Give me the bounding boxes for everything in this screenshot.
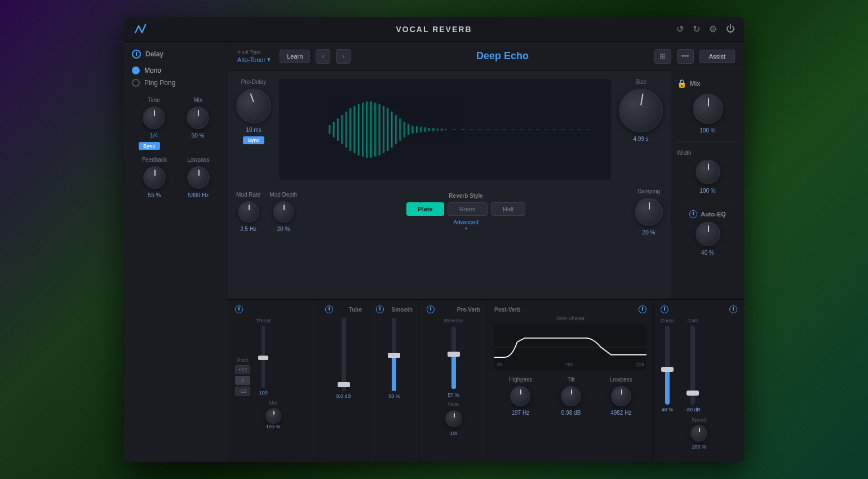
- mix-right-knob[interactable]: [693, 94, 723, 124]
- ping-pong-radio[interactable]: [132, 79, 140, 87]
- reverse-power-button[interactable]: [427, 305, 435, 313]
- room-button[interactable]: Room: [448, 202, 488, 216]
- zero-button[interactable]: 0: [235, 376, 250, 385]
- svg-rect-9: [366, 101, 369, 158]
- comp-fader[interactable]: [665, 326, 670, 405]
- pre-verb-section: Pre-Verb Reverse 57 % Note 1/4: [420, 300, 488, 462]
- feedback-group: Feedback 55 %: [142, 157, 167, 198]
- lowpass-knob[interactable]: [187, 166, 210, 189]
- mix-bottom-knob[interactable]: [265, 408, 281, 424]
- hall-button[interactable]: Hall: [491, 202, 525, 216]
- svg-rect-29: [453, 129, 455, 130]
- gate-fader[interactable]: [690, 326, 695, 405]
- svg-rect-3: [341, 115, 343, 144]
- time-label: Time: [148, 97, 160, 103]
- damping-knob[interactable]: [635, 198, 663, 226]
- auto-eq-power-button[interactable]: [689, 210, 697, 218]
- mono-option[interactable]: Mono: [132, 66, 220, 74]
- svg-rect-24: [428, 128, 431, 131]
- width-knob[interactable]: [696, 159, 720, 184]
- reverb-visualization: [279, 79, 611, 180]
- plus12-button[interactable]: +12: [235, 365, 250, 374]
- post-verb-power-button[interactable]: [639, 305, 646, 313]
- gate-power-button[interactable]: [729, 305, 737, 313]
- undo-button[interactable]: ↺: [676, 24, 684, 34]
- tilt-group: Tilt 0.98 dB: [561, 376, 581, 416]
- svg-rect-26: [437, 128, 439, 131]
- lock-icon[interactable]: 🔒: [677, 79, 687, 88]
- tilt-knob[interactable]: [561, 386, 581, 406]
- gate-value: -60 dB: [685, 407, 701, 413]
- svg-rect-12: [379, 104, 381, 156]
- gate-thumb[interactable]: [687, 391, 699, 396]
- pitch-label: Pitch: [237, 357, 249, 363]
- lowpass-label: Lowpass: [187, 157, 209, 163]
- comp-power-button[interactable]: [661, 305, 668, 313]
- auto-eq-label: Auto-EQ: [701, 211, 726, 218]
- plate-button[interactable]: Plate: [406, 202, 444, 216]
- svg-rect-23: [424, 127, 427, 132]
- auto-eq-header: Auto-EQ: [689, 210, 726, 218]
- speed-knob[interactable]: [690, 425, 707, 442]
- comp-thumb[interactable]: [661, 367, 674, 372]
- note-label: Note: [448, 401, 459, 407]
- auto-eq-knob[interactable]: [696, 221, 720, 246]
- note-value: 1/4: [450, 431, 457, 436]
- throat-value: 100: [259, 390, 268, 396]
- smooth-fader[interactable]: [392, 318, 396, 391]
- ellipsis-icon: •••: [681, 52, 689, 60]
- auto-eq-value: 40 %: [701, 250, 714, 256]
- more-options-button[interactable]: •••: [677, 49, 694, 64]
- time-knob[interactable]: [143, 107, 165, 129]
- highpass-label: Highpass: [508, 376, 532, 383]
- lowpass-tone-knob[interactable]: [611, 386, 631, 406]
- reverse-fader[interactable]: [451, 327, 456, 389]
- delay-power-button[interactable]: [132, 50, 141, 59]
- next-icon: ›: [342, 52, 344, 60]
- tone-shaper-section: Post-Verb Tone Shaper: [488, 300, 654, 462]
- settings-button[interactable]: ⚙: [709, 24, 717, 34]
- smooth-header: Smooth: [376, 305, 413, 313]
- size-knob[interactable]: [619, 88, 663, 132]
- mix-knob[interactable]: [187, 107, 209, 129]
- grid-view-button[interactable]: ⊞: [654, 49, 671, 64]
- assist-button[interactable]: Assist: [699, 50, 735, 63]
- mod-rate-knob[interactable]: [238, 201, 259, 223]
- highpass-knob[interactable]: [510, 386, 530, 406]
- pitch-throat-section: Pitch +12 0 -12 Throat: [228, 300, 318, 462]
- smooth-power-button[interactable]: [376, 305, 384, 313]
- mono-radio[interactable]: [132, 66, 140, 74]
- pre-delay-sync-badge[interactable]: Sync: [243, 136, 264, 144]
- input-type-selector[interactable]: Alto-Tenor ▾: [237, 56, 271, 63]
- advanced-link[interactable]: Advanced ▾: [453, 219, 478, 231]
- svg-rect-6: [354, 106, 356, 153]
- reverse-thumb[interactable]: [448, 352, 460, 357]
- throat-fader[interactable]: [262, 326, 265, 388]
- note-knob[interactable]: [445, 410, 462, 427]
- throat-thumb[interactable]: [258, 356, 268, 360]
- mod-depth-knob[interactable]: [273, 201, 294, 223]
- tube-power-button[interactable]: [325, 305, 333, 313]
- advanced-label: Advanced: [453, 219, 478, 225]
- power-button[interactable]: ⏻: [726, 24, 735, 34]
- redo-button[interactable]: ↻: [693, 24, 700, 34]
- tube-fader[interactable]: [342, 318, 346, 391]
- svg-rect-18: [404, 122, 406, 138]
- mix-group: Mix 50 %: [187, 97, 209, 139]
- tube-thumb[interactable]: [338, 382, 350, 387]
- feedback-knob[interactable]: [143, 166, 166, 189]
- prev-preset-button[interactable]: ‹: [316, 49, 330, 64]
- minus12-button[interactable]: -12: [235, 387, 250, 396]
- pre-delay-knob[interactable]: [236, 88, 271, 123]
- learn-button[interactable]: Learn: [280, 50, 310, 63]
- right-panel: 🔒 Mix 100 % Width 100 %: [671, 71, 744, 299]
- next-preset-button[interactable]: ›: [336, 49, 351, 64]
- reverse-value: 57 %: [448, 392, 459, 398]
- sync-badge[interactable]: Sync: [139, 142, 160, 150]
- lowpass-group: Lowpass 5390 Hz: [187, 157, 210, 198]
- pitch-power-button[interactable]: [235, 305, 243, 313]
- ping-pong-option[interactable]: Ping Pong: [132, 79, 220, 87]
- sync-area: Sync: [132, 142, 220, 150]
- reverb-svg: [279, 79, 611, 180]
- smooth-thumb[interactable]: [388, 353, 400, 358]
